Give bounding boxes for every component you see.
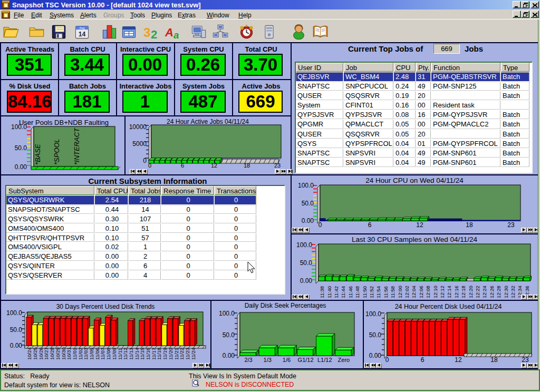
svg-text:10/28: 10/28 xyxy=(49,347,55,360)
svg-text:G1/12: G1/12 xyxy=(298,357,314,363)
svg-text:11:48: 11:48 xyxy=(354,286,360,298)
svg-text:0.00: 0.00 xyxy=(369,352,382,359)
svg-text:12:02: 12:02 xyxy=(404,286,410,298)
svg-text:11:54: 11:54 xyxy=(375,286,381,298)
svg-text:50.0: 50.0 xyxy=(302,200,314,207)
svg-text:*BASE: *BASE xyxy=(34,144,42,165)
svg-text:11/08: 11/08 xyxy=(105,348,111,360)
svg-text:11:40: 11:40 xyxy=(326,286,332,298)
svg-text:6: 6 xyxy=(368,221,372,229)
svg-text:12:26: 12:26 xyxy=(489,286,495,298)
svg-text:12:18: 12:18 xyxy=(460,286,466,298)
svg-text:11:46: 11:46 xyxy=(348,286,353,298)
svg-text:12:06: 12:06 xyxy=(418,286,424,298)
svg-text:12:20: 12:20 xyxy=(468,286,474,298)
svg-text:User Pools DB+NDB Faulting: User Pools DB+NDB Faulting xyxy=(19,119,109,126)
svg-text:100.0: 100.0 xyxy=(296,241,312,249)
svg-text:11/24: 11/24 xyxy=(190,348,196,360)
svg-text:1/3: 1/3 xyxy=(264,357,272,363)
svg-text:23: 23 xyxy=(274,162,281,169)
svg-text:11/18: 11/18 xyxy=(156,348,162,360)
svg-text:100.0: 100.0 xyxy=(6,309,22,317)
svg-text:0: 0 xyxy=(148,162,151,169)
svg-text:11:58: 11:58 xyxy=(390,286,396,298)
svg-text:12:30: 12:30 xyxy=(503,286,509,298)
svg-text:11/12: 11/12 xyxy=(122,348,128,360)
svg-text:11:42: 11:42 xyxy=(333,286,339,298)
svg-text:11/11: 11/11 xyxy=(117,348,123,360)
svg-text:0: 0 xyxy=(319,221,322,229)
svg-text:100.0: 100.0 xyxy=(219,310,235,317)
svg-text:10/24: 10/24 xyxy=(26,347,32,360)
svg-text:30 Days Percent Used Disk Tren: 30 Days Percent Used Disk Trends xyxy=(56,303,155,310)
svg-text:12:12: 12:12 xyxy=(439,286,445,298)
svg-text:11/03: 11/03 xyxy=(83,348,89,360)
svg-text:L1/12: L1/12 xyxy=(317,357,332,363)
svg-text:6: 6 xyxy=(421,356,425,364)
svg-text:Daily Disk Seek Percentages: Daily Disk Seek Percentages xyxy=(245,302,326,309)
svg-text:11/09: 11/09 xyxy=(111,348,117,360)
svg-text:11/21: 11/21 xyxy=(173,348,179,360)
svg-text:10/26: 10/26 xyxy=(38,347,44,360)
svg-text:0.00: 0.00 xyxy=(10,342,23,349)
svg-text:18: 18 xyxy=(490,356,498,364)
svg-text:11/15: 11/15 xyxy=(139,348,145,360)
svg-text:11/01: 11/01 xyxy=(72,348,78,360)
svg-text:12:22: 12:22 xyxy=(475,286,480,298)
svg-text:11/16: 11/16 xyxy=(145,348,151,360)
svg-text:10000: 10000 xyxy=(129,123,147,131)
svg-text:11/07: 11/07 xyxy=(100,348,105,360)
svg-text:11/13: 11/13 xyxy=(128,348,134,360)
svg-text:11/22: 11/22 xyxy=(179,348,185,360)
svg-text:12:32: 12:32 xyxy=(510,286,516,298)
svg-text:10/25: 10/25 xyxy=(32,347,38,360)
svg-text:0: 0 xyxy=(385,356,389,364)
svg-text:50.0: 50.0 xyxy=(10,326,23,334)
svg-text:12:28: 12:28 xyxy=(496,286,502,298)
svg-text:12: 12 xyxy=(416,221,423,229)
svg-text:10/30: 10/30 xyxy=(61,347,66,360)
svg-text:Last 30 CPU Samples on Wed 04/: Last 30 CPU Samples on Wed 04/11/24 xyxy=(352,236,478,243)
svg-text:0.00: 0.00 xyxy=(15,163,27,171)
svg-text:12:24: 12:24 xyxy=(481,286,487,298)
svg-text:100.0: 100.0 xyxy=(298,182,314,189)
svg-text:50.0: 50.0 xyxy=(15,144,27,152)
svg-text:24 Hour Active Jobs 04/11/24: 24 Hour Active Jobs 04/11/24 xyxy=(167,118,249,125)
svg-text:23: 23 xyxy=(522,356,529,364)
svg-text:0.00: 0.00 xyxy=(223,352,235,359)
svg-text:11/17: 11/17 xyxy=(151,348,157,360)
svg-text:12:08: 12:08 xyxy=(425,286,431,298)
svg-text:11:38: 11:38 xyxy=(319,286,325,298)
svg-text:11/14: 11/14 xyxy=(134,348,140,360)
svg-text:11/02: 11/02 xyxy=(78,348,83,360)
svg-text:12: 12 xyxy=(211,162,217,169)
svg-text:11/06: 11/06 xyxy=(94,348,100,360)
svg-text:24 Hour CPU on Wed 04/11/24: 24 Hour CPU on Wed 04/11/24 xyxy=(365,177,464,184)
svg-text:18: 18 xyxy=(244,162,250,169)
svg-text:11/19: 11/19 xyxy=(162,348,168,360)
svg-text:50.0: 50.0 xyxy=(223,331,235,339)
svg-text:11/20: 11/20 xyxy=(168,348,173,360)
svg-text:11:50: 11:50 xyxy=(362,286,368,298)
svg-text:12:04: 12:04 xyxy=(411,286,417,298)
svg-text:100.0: 100.0 xyxy=(365,310,381,318)
svg-text:23: 23 xyxy=(507,221,515,229)
svg-text:50.0: 50.0 xyxy=(300,259,313,267)
svg-text:18: 18 xyxy=(466,221,473,229)
svg-text:100.0: 100.0 xyxy=(11,123,27,131)
svg-text:10/31: 10/31 xyxy=(66,347,72,360)
svg-text:11:52: 11:52 xyxy=(369,286,374,298)
svg-text:12:00: 12:00 xyxy=(397,286,403,298)
svg-text:2/3: 2/3 xyxy=(244,357,252,363)
svg-text:11/05: 11/05 xyxy=(89,348,94,360)
svg-text:0.00: 0.00 xyxy=(300,277,313,285)
svg-text:24 Hour Percent Disk Used 04/1: 24 Hour Percent Disk Used 04/11/24 xyxy=(395,303,502,310)
svg-text:1/6: 1/6 xyxy=(283,357,291,363)
svg-text:11/23: 11/23 xyxy=(185,348,190,360)
svg-text:10/29: 10/29 xyxy=(55,347,61,360)
svg-text:*SPOOL: *SPOOL xyxy=(53,139,61,165)
svg-text:11:44: 11:44 xyxy=(340,286,346,298)
svg-text:0: 0 xyxy=(143,157,147,164)
svg-text:12: 12 xyxy=(455,356,462,364)
svg-text:5000: 5000 xyxy=(132,140,147,148)
